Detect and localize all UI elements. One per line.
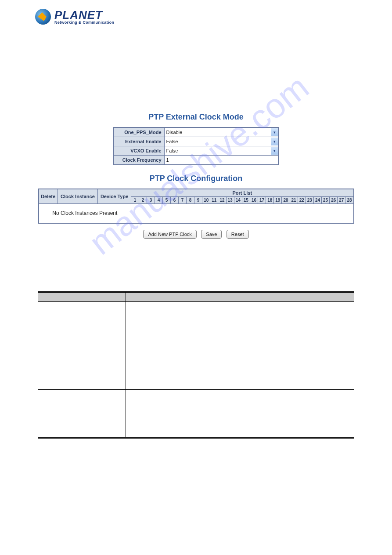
port-col-4: 4 [155,197,163,204]
port-col-16: 16 [250,197,258,204]
desc-cell [38,389,126,438]
port-col-5: 5 [163,197,171,204]
planet-globe-icon [35,9,51,25]
cfg-title: PTP Clock Configuration [38,174,354,183]
port-col-20: 20 [282,197,290,204]
logo-tagline: Networking & Communication [54,21,114,25]
desc-cell [126,350,354,389]
chevron-down-icon: ▾ [271,128,278,136]
desc-cell [126,301,354,350]
brand-logo: PLANET Networking & Communication [35,9,392,25]
chevron-down-icon: ▾ [271,138,278,145]
desc-cell [126,389,354,438]
desc-header-object [38,292,126,301]
port-col-13: 13 [226,197,234,204]
desc-header-description [126,292,354,301]
port-col-27: 27 [338,197,345,204]
vcxo-enable-select[interactable]: False ▾ [165,146,278,155]
description-table-area [38,291,354,439]
port-col-10: 10 [202,197,210,204]
logo-text: PLANET Networking & Communication [54,9,114,25]
save-button[interactable]: Save [201,230,222,239]
port-col-17: 17 [258,197,266,204]
port-col-21: 21 [290,197,298,204]
ext-row-label: External Enable [114,137,164,146]
port-col-11: 11 [210,197,218,204]
port-col-14: 14 [234,197,242,204]
port-col-7: 7 [179,197,187,204]
port-col-19: 19 [274,197,282,204]
empty-port-area [131,204,354,223]
port-col-24: 24 [313,197,321,204]
ext-row-label: Clock Frequency [114,156,164,165]
port-col-8: 8 [187,197,194,204]
select-value: False [166,148,178,153]
port-col-18: 18 [266,197,274,204]
port-col-6: 6 [171,197,179,204]
col-port-list: Port List [131,189,354,197]
ext-clock-table: One_PPS_Mode Disable ▾ External Enable F… [113,127,279,165]
button-row: Add New PTP Clock Save Reset [38,230,354,239]
no-instances-msg: No Clock Instances Present [39,204,131,223]
desc-cell [38,350,126,389]
port-col-26: 26 [330,197,338,204]
port-col-12: 12 [218,197,226,204]
port-col-28: 28 [345,197,354,204]
port-col-22: 22 [298,197,306,204]
port-col-25: 25 [322,197,330,204]
ext-row-label: One_PPS_Mode [114,127,164,137]
one-pps-mode-select[interactable]: Disable ▾ [165,128,278,137]
ext-row-label: VCXO Enable [114,146,164,156]
add-new-ptp-clock-button[interactable]: Add New PTP Clock [143,230,196,239]
select-value: Disable [166,130,183,135]
port-col-2: 2 [139,197,147,204]
port-col-23: 23 [306,197,313,204]
select-value: False [166,139,178,144]
col-delete: Delete [39,189,58,204]
col-clock-instance: Clock Instance [58,189,97,204]
reset-button[interactable]: Reset [227,230,249,239]
port-col-9: 9 [194,197,202,204]
external-enable-select[interactable]: False ▾ [165,137,278,146]
desc-cell [38,301,126,350]
logo-brand: PLANET [54,9,114,21]
ext-clock-title: PTP External Clock Mode [38,112,354,122]
port-col-15: 15 [242,197,250,204]
clock-frequency-input[interactable] [165,156,278,164]
port-col-1: 1 [131,197,139,204]
col-device-type: Device Type [98,189,131,204]
ptp-clock-config-table: Delete Clock Instance Device Type Port L… [38,189,354,224]
chevron-down-icon: ▾ [271,147,278,155]
port-col-3: 3 [147,197,155,204]
